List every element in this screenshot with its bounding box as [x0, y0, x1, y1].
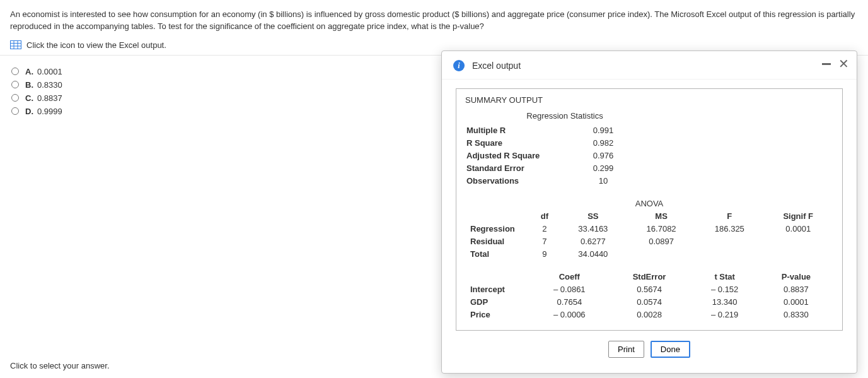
excel-output-modal: i Excel output ✕ SUMMARY OUTPUT Regressi…: [441, 50, 857, 374]
table-row: Regression 2 33.4163 16.7082 186.325 0.0…: [466, 223, 832, 234]
view-output-label: Click the icon to view the Excel output.: [26, 40, 166, 50]
summary-output-title: SUMMARY OUTPUT: [465, 94, 833, 110]
coef-header: [466, 271, 529, 282]
cell: 2: [531, 223, 558, 234]
stat-value: 0.299: [569, 162, 638, 174]
coefficients-table: Coeff StdError t Stat P-value Intercept …: [465, 269, 833, 321]
anova-header: df: [531, 210, 558, 221]
stat-value: 0.991: [569, 124, 638, 136]
cell: Total: [466, 248, 529, 259]
cell: 186.325: [696, 223, 763, 234]
cell: Price: [466, 309, 529, 320]
cell: 0.6277: [560, 235, 627, 247]
table-row: Intercept – 0.0861 0.5674 – 0.152 0.8837: [466, 283, 832, 295]
option-value: 0.0001: [37, 67, 62, 76]
anova-header: Signif F: [764, 210, 832, 221]
cell: 33.4163: [560, 223, 627, 234]
stat-label: Standard Error: [466, 162, 567, 174]
radio-icon[interactable]: [11, 107, 19, 115]
cell: Residual: [466, 235, 529, 247]
minimize-icon[interactable]: [822, 62, 831, 65]
radio-icon[interactable]: [11, 94, 19, 102]
anova-title: ANOVA: [466, 198, 832, 209]
done-button[interactable]: Done: [651, 341, 690, 358]
cell: 13.340: [690, 296, 758, 307]
coef-header: P-value: [760, 271, 832, 282]
modal-title: Excel output: [472, 61, 521, 71]
question-text: An economist is interested to see how co…: [0, 0, 868, 38]
radio-icon[interactable]: [11, 68, 19, 75]
cell: – 0.219: [690, 309, 758, 320]
option-value: 0.9999: [37, 107, 62, 116]
option-letter: C.: [25, 93, 33, 103]
anova-header: SS: [560, 210, 627, 221]
cell: 0.8837: [760, 283, 832, 295]
coef-header: t Stat: [690, 271, 758, 282]
cell: 0.8330: [760, 309, 832, 320]
cell: – 0.0006: [531, 309, 608, 320]
option-letter: B.: [25, 80, 33, 90]
cell: Intercept: [466, 283, 529, 295]
cell: [696, 235, 763, 247]
option-value: 0.8837: [37, 93, 62, 103]
stat-label: R Square: [466, 137, 567, 148]
cell: [628, 248, 695, 259]
cell: [764, 248, 832, 259]
cell: 0.0001: [760, 296, 832, 307]
table-icon: [10, 40, 21, 49]
footer-instruction: Click to select your answer.: [10, 361, 110, 370]
option-letter: A.: [25, 67, 33, 76]
cell: [764, 235, 832, 247]
cell: 9: [531, 248, 558, 259]
stat-value: 0.982: [569, 137, 638, 148]
coef-header: StdError: [610, 271, 690, 282]
table-row: Residual 7 0.6277 0.0897: [466, 235, 832, 247]
option-value: 0.8330: [37, 80, 62, 90]
anova-table: ANOVA df SS MS F Signif F Regression 2 3…: [465, 196, 833, 261]
cell: 7: [531, 235, 558, 247]
coef-header: Coeff: [531, 271, 608, 282]
cell: 16.7082: [628, 223, 695, 234]
cell: 0.0574: [610, 296, 690, 307]
table-row: Total 9 34.0440: [466, 248, 832, 259]
svg-rect-0: [11, 41, 21, 49]
print-button[interactable]: Print: [608, 341, 644, 358]
stat-value: 10: [569, 175, 638, 186]
cell: 0.5674: [610, 283, 690, 295]
info-icon: i: [453, 60, 465, 71]
modal-header: i Excel output ✕: [442, 51, 857, 80]
stat-value: 0.976: [569, 150, 638, 161]
cell: Regression: [466, 223, 529, 234]
summary-output-box: SUMMARY OUTPUT Regression Statistics Mul…: [456, 88, 843, 331]
table-row: Price – 0.0006 0.0028 – 0.219 0.8330: [466, 309, 832, 320]
anova-header: MS: [628, 210, 695, 221]
cell: [696, 248, 763, 259]
cell: – 0.152: [690, 283, 758, 295]
stat-label: Observations: [466, 175, 567, 186]
cell: – 0.0861: [531, 283, 608, 295]
cell: 0.7654: [531, 296, 608, 307]
anova-header: F: [696, 210, 763, 221]
option-letter: D.: [25, 107, 33, 116]
cell: 0.0028: [610, 309, 690, 320]
reg-stats-title: Regression Statistics: [466, 111, 638, 123]
radio-icon[interactable]: [11, 81, 19, 88]
cell: 34.0440: [560, 248, 627, 259]
anova-header: [466, 210, 529, 221]
stat-label: Adjusted R Square: [466, 150, 567, 161]
cell: 0.0897: [628, 235, 695, 247]
close-icon[interactable]: ✕: [838, 57, 849, 70]
regression-statistics-table: Regression Statistics Multiple R0.991 R …: [465, 110, 833, 187]
stat-label: Multiple R: [466, 124, 567, 136]
cell: 0.0001: [764, 223, 832, 234]
table-row: GDP 0.7654 0.0574 13.340 0.0001: [466, 296, 832, 307]
cell: GDP: [466, 296, 529, 307]
